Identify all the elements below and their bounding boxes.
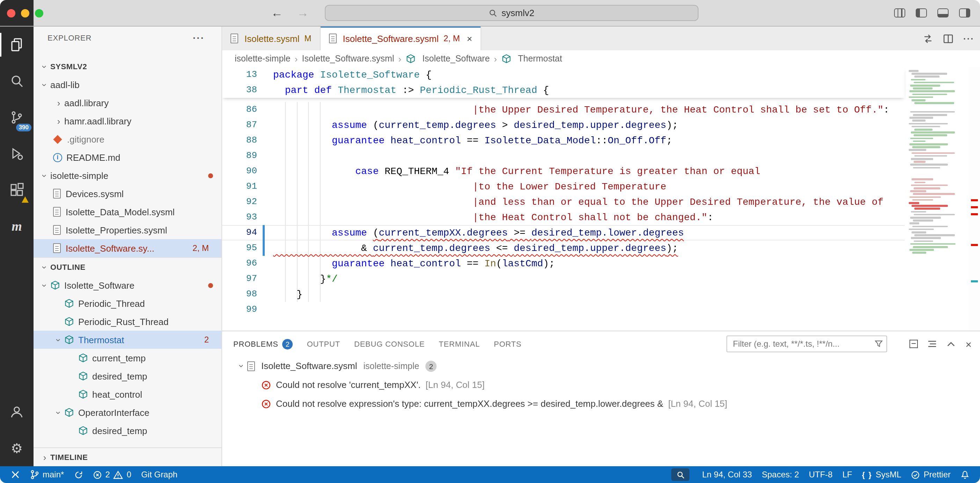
- workspace-root-row[interactable]: › SYSMLV2: [33, 57, 221, 75]
- outline-item-periodic-rust-thread[interactable]: ›Periodic_Rust_Thread: [33, 312, 221, 331]
- outline-item-desired-temp[interactable]: ›desired_temp: [33, 421, 221, 440]
- gutter: [257, 287, 273, 302]
- overview-ruler[interactable]: [969, 67, 980, 331]
- extensions-activity-button[interactable]: [0, 172, 33, 208]
- tree-item-hamr-aadl-library[interactable]: ›hamr.aadl.library: [33, 112, 221, 130]
- panel-tab-problems[interactable]: PROBLEMS2: [233, 339, 293, 349]
- git-graph-item[interactable]: Git Graph: [136, 466, 182, 483]
- panel-tab-terminal[interactable]: TERMINAL: [439, 339, 480, 349]
- code-editor[interactable]: 13package Isolette_Software {38 part def…: [222, 67, 980, 331]
- timeline-section-header[interactable]: › TIMELINE: [33, 447, 221, 466]
- zoom-status-item[interactable]: [667, 466, 697, 483]
- tree-item-isolette-properties-sysml[interactable]: Isolette_Properties.sysml: [33, 221, 221, 239]
- outline-item-current-temp[interactable]: ›current_temp: [33, 349, 221, 367]
- code-line-91[interactable]: 91 |to the Lower Desired Temperature: [222, 179, 905, 194]
- code-line-98[interactable]: 98 }: [222, 287, 905, 302]
- language-mode-item[interactable]: { } SysML: [857, 466, 906, 483]
- view-as-table-icon[interactable]: [928, 340, 937, 348]
- code-line-86[interactable]: 86 |the Upper Desired Temperature, the H…: [222, 102, 905, 118]
- minimap[interactable]: [905, 67, 969, 331]
- back-button[interactable]: ←: [271, 6, 283, 20]
- panel-tab-output[interactable]: OUTPUT: [307, 339, 340, 349]
- breadcrumb-item[interactable]: Thermostat: [501, 54, 562, 64]
- code-line-89[interactable]: 89: [222, 148, 905, 164]
- editor-tab-isolette-software-sysml[interactable]: Isolette_Software.sysml2, M×: [321, 27, 481, 50]
- outline-item-isolette-software[interactable]: ›Isolette_Software: [33, 276, 221, 294]
- account-button[interactable]: [0, 394, 33, 430]
- problems-status-item[interactable]: 2 0: [88, 466, 136, 483]
- code-line-88[interactable]: 88 guarantee heat_control == Isolette_Da…: [222, 133, 905, 148]
- outline-item-heat-control[interactable]: ›heat_control: [33, 385, 221, 403]
- tree-item-aadl-library[interactable]: ›aadl.library: [33, 94, 221, 112]
- split-editor-icon[interactable]: [943, 33, 953, 44]
- remote-indicator[interactable]: [6, 466, 25, 483]
- breadcrumb-item[interactable]: Isolette_Software: [406, 54, 490, 64]
- outline-item-periodic-thread[interactable]: ›Periodic_Thread: [33, 294, 221, 312]
- filter-input[interactable]: [727, 336, 887, 352]
- customize-layout-icon[interactable]: [894, 8, 905, 18]
- run-debug-activity-button[interactable]: [0, 135, 33, 172]
- code-line-93[interactable]: 93 |the Heat Control shall not be change…: [222, 210, 905, 225]
- explorer-activity-button[interactable]: [0, 27, 33, 63]
- outline-section-header[interactable]: › OUTLINE: [33, 257, 221, 276]
- tree-item-readme-md[interactable]: iREADME.md: [33, 148, 221, 166]
- forward-button[interactable]: →: [297, 6, 309, 20]
- toggle-secondary-sidebar-icon[interactable]: [959, 8, 970, 18]
- command-center-search[interactable]: sysmlv2: [325, 5, 698, 21]
- problem-row[interactable]: Could not resolve 'current_tempXX'.[Ln 9…: [222, 375, 980, 394]
- outline-item-thermostat[interactable]: ›Thermostat2: [33, 331, 221, 349]
- zoom-window-button[interactable]: [35, 9, 43, 18]
- tree-item--gitignore[interactable]: .gitignore: [33, 130, 221, 148]
- tree-item-devices-sysml[interactable]: Devices.sysml: [33, 185, 221, 203]
- sync-item[interactable]: [69, 466, 88, 483]
- cursor-position-item[interactable]: Ln 94, Col 33: [697, 466, 757, 483]
- formatter-item[interactable]: Prettier: [906, 466, 956, 483]
- search-activity-button[interactable]: [0, 63, 33, 99]
- source-control-activity-button[interactable]: 390: [0, 99, 33, 135]
- tree-item-aadl-lib[interactable]: ›aadl-lib: [33, 75, 221, 94]
- problems-file-row[interactable]: › Isolette_Software.sysml isolette-simpl…: [222, 357, 980, 375]
- problem-row[interactable]: Could not resolve expression's type: cur…: [222, 394, 980, 413]
- git-branch-item[interactable]: main*: [25, 466, 69, 483]
- tree-item-isolette-software-sy-[interactable]: Isolette_Software.sy...2, M: [33, 239, 221, 257]
- editor-tab-isolette-sysml[interactable]: Isolette.sysmlM: [222, 27, 321, 50]
- more-actions-icon[interactable]: ···: [963, 33, 974, 44]
- code-line-97[interactable]: 97 }*/: [222, 271, 905, 287]
- code-line-87[interactable]: 87 assume (current_temp.degrees > desire…: [222, 118, 905, 133]
- code-line-96[interactable]: 96 guarantee heat_control == In(lastCmd)…: [222, 256, 905, 271]
- minimap-line: [909, 202, 919, 204]
- indentation-item[interactable]: Spaces: 2: [757, 466, 804, 483]
- encoding-item[interactable]: UTF-8: [804, 466, 837, 483]
- close-tab-icon[interactable]: ×: [467, 33, 472, 44]
- chevron-down-icon: ›: [40, 261, 49, 273]
- sticky-line-13[interactable]: 13package Isolette_Software {: [222, 67, 905, 83]
- code-line-94[interactable]: 94 assume (current_tempXX.degrees >= des…: [222, 225, 905, 241]
- breadcrumb-separator-icon: ›: [494, 53, 497, 64]
- maximize-panel-icon[interactable]: [947, 340, 956, 348]
- eol-item[interactable]: LF: [837, 466, 857, 483]
- code-line-95[interactable]: 95 & current_temp.degrees <= desired_tem…: [222, 241, 905, 256]
- close-window-button[interactable]: [7, 9, 15, 18]
- notifications-item[interactable]: [956, 466, 974, 483]
- close-panel-icon[interactable]: ×: [965, 339, 972, 349]
- toggle-primary-sidebar-icon[interactable]: [916, 8, 927, 18]
- modeling-extension-activity-button[interactable]: m: [0, 208, 33, 245]
- tree-item-isolette-simple[interactable]: ›isolette-simple: [33, 166, 221, 185]
- code-line-92[interactable]: 92 |and less than or equal to the Upper …: [222, 194, 905, 210]
- settings-button[interactable]: ⚙: [0, 430, 33, 466]
- panel-tab-debug-console[interactable]: DEBUG CONSOLE: [354, 339, 425, 349]
- minimize-window-button[interactable]: [21, 9, 29, 18]
- code-line-99[interactable]: 99: [222, 302, 905, 317]
- breadcrumb-item[interactable]: isolette-simple: [235, 54, 291, 64]
- open-changes-icon[interactable]: [923, 33, 933, 44]
- outline-item-operatorinterface[interactable]: ›OperatorInterface: [33, 403, 221, 421]
- outline-item-desired-temp[interactable]: ›desired_temp: [33, 367, 221, 385]
- sticky-line-38[interactable]: 38 part def Thermostat :> Periodic_Rust_…: [222, 83, 905, 98]
- code-line-90[interactable]: 90 case REQ_THERM_4 "If the Current Temp…: [222, 164, 905, 179]
- breadcrumb-item[interactable]: Isolette_Software.sysml: [302, 54, 394, 64]
- tree-item-isolette-data-model-sysml[interactable]: Isolette_Data_Model.sysml: [33, 203, 221, 221]
- more-actions-icon[interactable]: ···: [193, 32, 205, 43]
- collapse-all-icon[interactable]: [910, 340, 918, 348]
- panel-tab-ports[interactable]: PORTS: [494, 339, 522, 349]
- toggle-panel-icon[interactable]: [937, 8, 948, 18]
